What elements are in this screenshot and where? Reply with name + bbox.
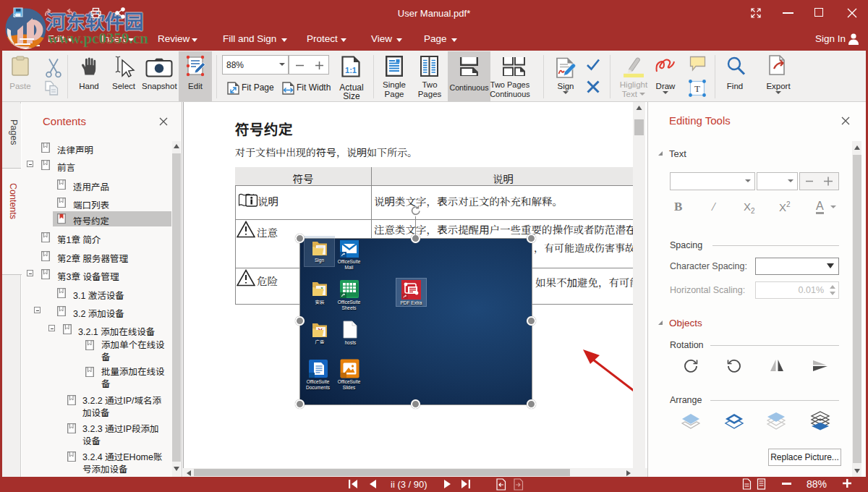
svg-text:1:1: 1:1 (345, 66, 357, 75)
svg-text:T: T (694, 83, 700, 94)
